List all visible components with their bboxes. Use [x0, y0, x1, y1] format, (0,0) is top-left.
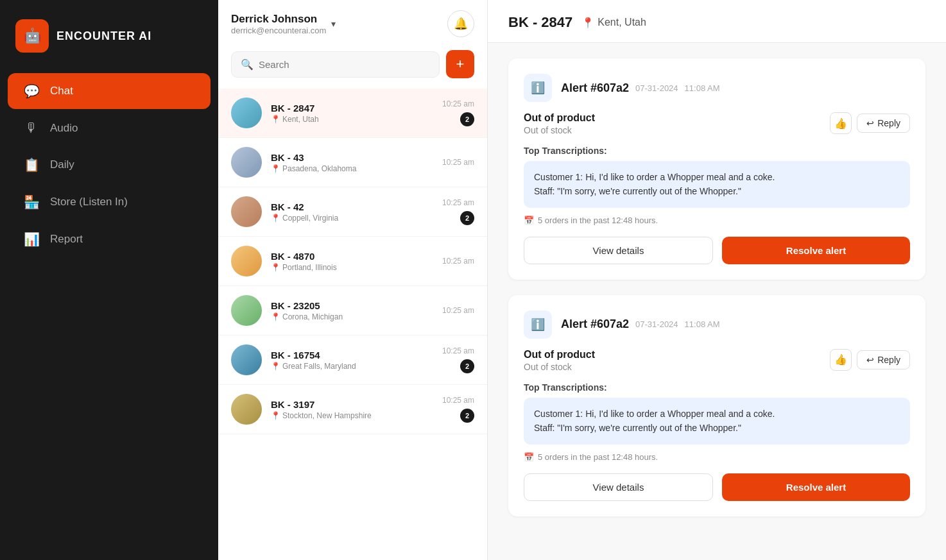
conv-right: 10:25 am [442, 257, 474, 266]
reply-label: Reply [877, 355, 900, 365]
reply-button[interactable]: ↩ Reply [857, 114, 910, 133]
conv-location: 📍Kent, Utah [271, 115, 433, 124]
location-pin-icon: 📍 [581, 17, 594, 29]
alert-card: ℹ️ Alert #607a2 07-31-2024 11:08 AM Out … [508, 295, 925, 516]
pin-icon: 📍 [271, 411, 280, 420]
search-input[interactable] [259, 59, 430, 70]
resolve-alert-button[interactable]: Resolve alert [722, 237, 910, 264]
list-item[interactable]: BK - 42 📍Coppell, Virginia 10:25 am 2 [218, 187, 487, 237]
list-item[interactable]: BK - 3197 📍Stockton, New Hampshire 10:25… [218, 385, 487, 434]
conv-info: BK - 42 📍Coppell, Virginia [271, 201, 433, 223]
conv-right: 10:25 am [442, 158, 474, 167]
sidebar-item-label: Store (Listen In) [50, 196, 128, 208]
reply-button[interactable]: ↩ Reply [857, 350, 910, 369]
conv-right: 10:25 am 2 [442, 99, 474, 126]
alert-meta: Alert #607a2 07-31-2024 11:08 AM [561, 81, 910, 95]
sidebar-item-chat[interactable]: 💬Chat [8, 73, 211, 109]
alert-footer: View details Resolve alert [524, 237, 910, 264]
orders-info: 📅 5 orders in the past 12:48 hours. [524, 452, 910, 462]
alert-info-icon: ℹ️ [524, 310, 552, 339]
sidebar-item-daily[interactable]: 📋Daily [8, 147, 211, 183]
conv-info: BK - 43 📍Pasadena, Oklahoma [271, 152, 433, 173]
alert-time: 11:08 AM [685, 83, 720, 93]
search-row: 🔍 + [218, 50, 487, 89]
alert-header: ℹ️ Alert #607a2 07-31-2024 11:08 AM [524, 310, 910, 339]
orders-info: 📅 5 orders in the past 12:48 hours. [524, 216, 910, 225]
store-id: BK - 2847 [508, 14, 572, 31]
unread-badge: 2 [460, 409, 474, 423]
chat-icon: 💬 [23, 83, 40, 99]
conv-name: BK - 23205 [271, 300, 433, 311]
transcription-line2: Staff: "I'm sorry, we're currently out o… [534, 184, 900, 198]
chevron-down-icon[interactable]: ▾ [331, 19, 336, 29]
conv-right: 10:25 am 2 [442, 198, 474, 225]
avatar [231, 147, 262, 178]
conv-info: BK - 16754 📍Great Falls, Maryland [271, 350, 433, 371]
avatar [231, 344, 262, 375]
orders-text: 5 orders in the past 12:48 hours. [538, 216, 658, 225]
list-item[interactable]: BK - 23205 📍Corona, Michigan 10:25 am [218, 286, 487, 335]
pin-icon: 📍 [271, 214, 280, 223]
avatar [231, 246, 262, 276]
sidebar: 🤖 ENCOUNTER AI 💬Chat🎙Audio📋Daily🏪Store (… [0, 0, 218, 560]
list-item[interactable]: BK - 16754 📍Great Falls, Maryland 10:25 … [218, 335, 487, 385]
user-email: derrick@encounterai.com [231, 26, 326, 35]
pin-icon: 📍 [271, 312, 280, 321]
view-details-button[interactable]: View details [524, 237, 713, 264]
view-details-button[interactable]: View details [524, 473, 713, 501]
bell-button[interactable]: 🔔 [447, 10, 474, 37]
resolve-alert-button[interactable]: Resolve alert [722, 473, 910, 501]
sidebar-item-store[interactable]: 🏪Store (Listen In) [8, 184, 211, 220]
logo-area: 🤖 ENCOUNTER AI [0, 13, 218, 72]
daily-icon: 📋 [23, 157, 40, 173]
transcription-label: Top Transcriptions: [524, 146, 910, 156]
conv-right: 10:25 am [442, 306, 474, 315]
list-item[interactable]: BK - 43 📍Pasadena, Oklahoma 10:25 am [218, 138, 487, 187]
sidebar-item-label: Chat [50, 85, 73, 98]
alert-info-icon: ℹ️ [524, 74, 552, 102]
list-item[interactable]: BK - 4870 📍Portland, Illinois 10:25 am [218, 237, 487, 286]
right-header: BK - 2847 📍 Kent, Utah [488, 0, 946, 43]
conv-info: BK - 3197 📍Stockton, New Hampshire [271, 399, 433, 420]
sidebar-item-label: Daily [50, 158, 74, 171]
list-item[interactable]: BK - 2847 📍Kent, Utah 10:25 am 2 [218, 89, 487, 138]
alert-header: ℹ️ Alert #607a2 07-31-2024 11:08 AM [524, 74, 910, 102]
sidebar-item-audio[interactable]: 🎙Audio [8, 110, 211, 146]
conv-time: 10:25 am [442, 306, 474, 315]
conv-location: 📍Great Falls, Maryland [271, 362, 433, 371]
alert-subtitle: Out of stock [524, 125, 595, 135]
transcription-line1: Customer 1: Hi, I'd like to order a Whop… [534, 170, 900, 184]
conv-time: 10:25 am [442, 396, 474, 405]
alert-body: Out of product Out of stock 👍 ↩ Reply To… [524, 349, 910, 501]
audio-icon: 🎙 [23, 121, 40, 135]
conv-right: 10:25 am 2 [442, 346, 474, 373]
conv-time: 10:25 am [442, 99, 474, 108]
alert-body: Out of product Out of stock 👍 ↩ Reply To… [524, 112, 910, 264]
middle-panel: Derrick Johnson derrick@encounterai.com … [218, 0, 488, 560]
store-location: Kent, Utah [598, 17, 646, 28]
transcription-box: Customer 1: Hi, I'd like to order a Whop… [524, 161, 910, 208]
conv-time: 10:25 am [442, 346, 474, 355]
conv-location: 📍Coppell, Virginia [271, 214, 433, 223]
like-button[interactable]: 👍 [830, 112, 852, 134]
conv-name: BK - 43 [271, 152, 433, 163]
alert-title: Out of product [524, 112, 595, 124]
location-badge: 📍 Kent, Utah [581, 17, 646, 29]
conv-name: BK - 42 [271, 201, 433, 212]
search-box: 🔍 [231, 51, 440, 78]
user-details: Derrick Johnson derrick@encounterai.com … [231, 13, 336, 35]
conv-time: 10:25 am [442, 158, 474, 167]
alert-feed: ℹ️ Alert #607a2 07-31-2024 11:08 AM Out … [488, 43, 946, 560]
like-button[interactable]: 👍 [830, 349, 852, 371]
conv-name: BK - 3197 [271, 399, 433, 410]
reply-label: Reply [877, 118, 900, 128]
right-panel: BK - 2847 📍 Kent, Utah ℹ️ Alert #607a2 0… [488, 0, 946, 560]
avatar [231, 98, 262, 128]
conv-location: 📍Portland, Illinois [271, 263, 433, 272]
add-button[interactable]: + [446, 50, 474, 78]
unread-badge: 2 [460, 112, 474, 126]
conv-name: BK - 2847 [271, 103, 433, 114]
conv-time: 10:25 am [442, 257, 474, 266]
conv-name: BK - 16754 [271, 350, 433, 361]
sidebar-item-report[interactable]: 📊Report [8, 221, 211, 257]
